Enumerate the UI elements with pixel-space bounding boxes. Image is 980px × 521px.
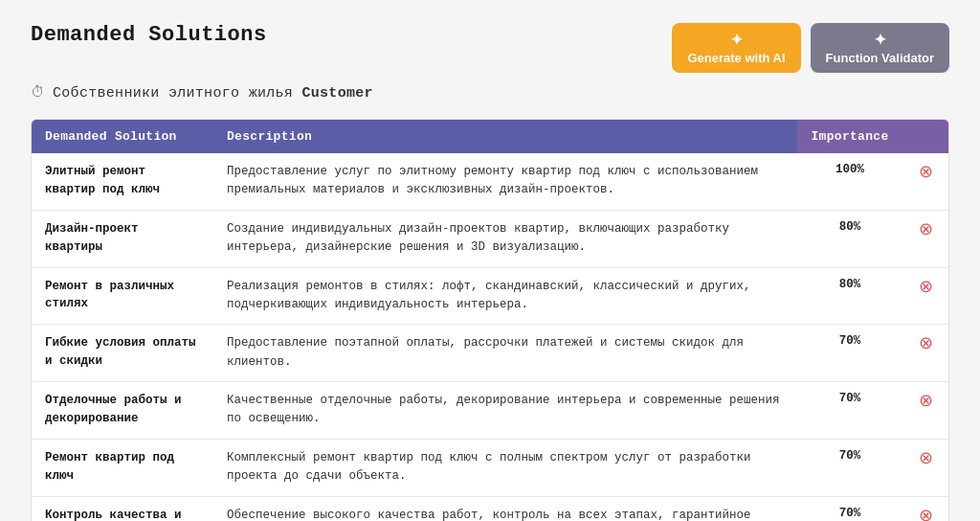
subtitle-regular: Собственники элитного жилья (53, 85, 293, 102)
cell-actions: ⊗ (902, 496, 948, 521)
cell-solution-name: Гибкие условия оплаты и скидки (32, 325, 213, 382)
cell-importance: 80% (797, 267, 902, 325)
cell-actions: ⊗ (902, 153, 948, 210)
table-row: Элитный ремонт квартир под ключПредостав… (32, 153, 948, 210)
delete-row-button[interactable]: ⊗ (919, 163, 933, 180)
generate-button-label: Generate with AI (687, 51, 785, 65)
delete-row-button[interactable]: ⊗ (919, 392, 933, 409)
table-row: Дизайн-проект квартирыСоздание индивидуа… (32, 210, 948, 267)
table-row: Ремонт квартир под ключКомплексный ремон… (32, 439, 948, 496)
subtitle-customer: Customer (301, 85, 372, 102)
function-validator-button[interactable]: ✦ Function Validator (811, 23, 949, 73)
page-title: Demanded Solutions (31, 23, 267, 47)
cell-solution-name: Элитный ремонт квартир под ключ (32, 153, 213, 210)
cell-actions: ⊗ (902, 325, 948, 382)
header-buttons: ✦ Generate with AI ✦ Function Validator (672, 23, 949, 73)
col-actions (902, 120, 948, 153)
delete-row-button[interactable]: ⊗ (919, 507, 933, 522)
cell-description: Предоставление поэтапной оплаты, рассроч… (213, 325, 797, 382)
page-header: Demanded Solutions ✦ Generate with AI ✦ … (31, 23, 949, 73)
cell-solution-name: Дизайн-проект квартиры (32, 210, 213, 267)
cell-importance: 70% (797, 382, 902, 440)
validator-icon: ✦ (874, 31, 886, 49)
subtitle-row: ⏱ Собственники элитного жилья Customer (31, 84, 949, 102)
cell-description: Предоставление услуг по элитному ремонту… (213, 153, 797, 210)
cell-importance: 70% (797, 496, 902, 521)
cell-description: Качественные отделочные работы, декориро… (213, 382, 797, 440)
cell-solution-name: Контроль качества и соблюдение сроков (32, 496, 213, 521)
cell-solution-name: Ремонт в различных стилях (32, 267, 213, 325)
subtitle-text: Собственники элитного жилья Customer (53, 85, 373, 102)
cell-importance: 100% (797, 153, 902, 210)
cell-solution-name: Ремонт квартир под ключ (32, 439, 213, 496)
table-row: Контроль качества и соблюдение сроковОбе… (32, 496, 948, 521)
cell-actions: ⊗ (902, 382, 948, 440)
cell-importance: 70% (797, 439, 902, 496)
cell-description: Комплексный ремонт квартир под ключ с по… (213, 439, 797, 496)
table-row: Ремонт в различных стиляхРеализация ремо… (32, 267, 948, 325)
cell-actions: ⊗ (902, 439, 948, 496)
delete-row-button[interactable]: ⊗ (919, 220, 933, 238)
table-row: Отделочные работы и декорированиеКачеств… (32, 382, 948, 440)
table-row: Гибкие условия оплаты и скидкиПредоставл… (32, 325, 948, 382)
ai-icon: ✦ (730, 31, 743, 49)
cell-importance: 80% (797, 210, 902, 267)
generate-with-ai-button[interactable]: ✦ Generate with AI (672, 23, 800, 73)
cell-solution-name: Отделочные работы и декорирование (32, 382, 213, 440)
cell-description: Создание индивидуальных дизайн-проектов … (213, 210, 797, 267)
cell-actions: ⊗ (902, 210, 948, 267)
cell-importance: 70% (797, 325, 902, 382)
demanded-solutions-table: Demanded Solution Description Importance… (32, 120, 948, 521)
validator-button-label: Function Validator (826, 51, 934, 65)
table-header: Demanded Solution Description Importance (32, 120, 948, 153)
cell-description: Обеспечение высокого качества работ, кон… (213, 496, 797, 521)
col-importance: Importance (797, 120, 902, 153)
delete-row-button[interactable]: ⊗ (919, 449, 933, 466)
delete-row-button[interactable]: ⊗ (919, 334, 933, 351)
delete-row-button[interactable]: ⊗ (919, 278, 933, 295)
table-body: Элитный ремонт квартир под ключПредостав… (32, 153, 948, 521)
cell-actions: ⊗ (902, 267, 948, 325)
col-description: Description (213, 120, 797, 153)
table-wrapper: Demanded Solution Description Importance… (31, 119, 949, 521)
cell-description: Реализация ремонтов в стилях: лофт, скан… (213, 267, 797, 325)
clock-icon: ⏱ (31, 84, 45, 102)
col-demanded-solution: Demanded Solution (32, 120, 213, 153)
